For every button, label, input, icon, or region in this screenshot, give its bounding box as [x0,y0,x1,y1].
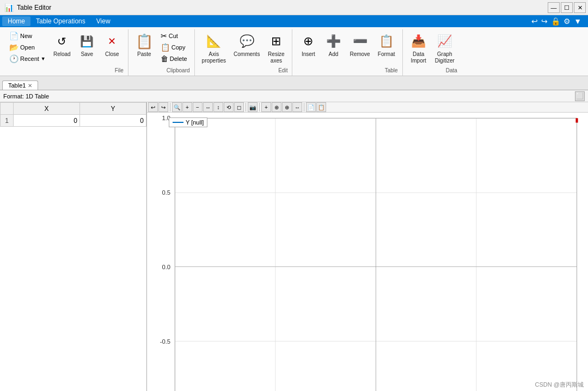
tab-table1[interactable]: Table1 ✕ [2,80,38,90]
close-ribbon-label: Close [105,51,119,58]
clipboard-small-buttons: ✂ Cut 📋 Copy 🗑 Delete [158,30,190,64]
svg-text:0.0: 0.0 [162,264,170,270]
ribbon-group-edit-content: 📐 Axisproperties 💬 Comments ⊞ Resizeaxes [199,30,288,66]
edit-group-label: Edit [278,66,287,75]
gt-add2-button[interactable]: ⊕ [282,102,292,112]
watermark: CSDN @唐丙斯城 [535,381,584,389]
remove-button[interactable]: ➖ Remove [347,30,372,60]
resize-axes-label: Resizeaxes [268,51,285,64]
delete-button[interactable]: 🗑 Delete [158,53,190,64]
minimize-button[interactable]: — [548,2,560,13]
format-button[interactable]: 📋 Format [375,30,398,60]
gt-add-button[interactable]: ⊕ [272,102,281,112]
close-button[interactable]: ✕ [574,2,586,13]
gt-rotate-button[interactable]: ⟲ [224,102,234,112]
ribbon-group-clipboard: 📋 Paste ✂ Cut 📋 Copy 🗑 Delete Clipboard [128,29,195,76]
data-import-button[interactable]: 📥 DataImport [407,30,430,66]
gt-zoom-in-button[interactable]: + [182,102,192,112]
add-button[interactable]: ➕ Add [322,30,345,60]
menu-view[interactable]: View [91,16,116,26]
data-import-icon: 📥 [410,33,427,50]
table-grid[interactable]: X Y 1 0 0 [0,102,146,391]
recent-button[interactable]: 🕐 Recent ▼ [7,53,48,64]
app-title: Table Editor [17,4,584,11]
format-icon: 📋 [378,33,395,50]
insert-icon: ⊕ [299,33,317,50]
cell-y-0[interactable]: 0 [80,115,146,127]
table-group-label: Table [385,66,398,75]
insert-button[interactable]: ⊕ Insert [297,30,320,60]
legend-label: Y [null] [186,119,204,126]
row-num-cell: 1 [1,115,14,127]
axis-properties-label: Axisproperties [202,51,226,64]
graph-toolbar: ↩ ↪ 🔍 + − ↔ ↕ ⟲ ◻ 📷 + ⊕ ⊕ ↔ 📄 📋 [147,102,588,113]
table-panel: X Y 1 0 0 [0,102,147,391]
ribbon-group-edit: 📐 Axisproperties 💬 Comments ⊞ Resizeaxes… [195,29,293,76]
copy-button[interactable]: 📋 Copy [158,42,190,53]
cut-icon: ✂ [161,32,167,40]
ribbon-group-data-content: 📥 DataImport 📈 GraphDigitizer [407,30,457,66]
settings-icon[interactable]: ⚙ [564,17,571,26]
cut-button[interactable]: ✂ Cut [158,30,190,41]
row-num-header [1,103,14,115]
resize-axes-button[interactable]: ⊞ Resizeaxes [265,30,287,66]
save-button[interactable]: 💾 Save [76,30,99,60]
gt-copy2-button[interactable]: 📋 [316,102,326,112]
paste-label: Paste [137,51,151,58]
menu-table-operations[interactable]: Table Operations [30,16,91,26]
new-button[interactable]: 📄 New [7,30,48,41]
gt-undo-button[interactable]: ↩ [148,102,158,112]
file-small-buttons: 📄 New 📂 Open 🕐 Recent ▼ [7,30,48,64]
lock-icon[interactable]: 🔒 [551,17,560,26]
recent-label: Recent [20,55,39,62]
redo-icon[interactable]: ↪ [541,17,548,26]
gt-sep-1 [170,103,170,111]
comments-button[interactable]: 💬 Comments [231,30,262,60]
ribbon-group-data: 📥 DataImport 📈 GraphDigitizer Data [403,29,462,76]
copy-label: Copy [171,44,186,51]
dropdown-icon[interactable]: ▼ [574,17,581,26]
delete-label: Delete [170,55,187,62]
gt-select-button[interactable]: ◻ [234,102,244,112]
close-ribbon-button[interactable]: ✕ Close [101,30,124,60]
graph-digitizer-label: GraphDigitizer [435,51,455,64]
tab-table1-close[interactable]: ✕ [28,83,32,89]
gt-doc-button[interactable]: 📄 [306,102,316,112]
gt-resize-button[interactable]: ↔ [292,102,302,112]
reload-button[interactable]: ↺ Reload [51,30,74,60]
gt-pan-button[interactable]: ↔ [203,102,213,112]
gt-sep-2 [246,103,246,111]
paste-button[interactable]: 📋 Paste [133,30,156,60]
add-icon: ➕ [324,33,342,50]
data-import-label: DataImport [411,51,426,64]
gt-pan-v-button[interactable]: ↕ [213,102,223,112]
axis-properties-button[interactable]: 📐 Axisproperties [199,30,229,66]
cell-x-0[interactable]: 0 [14,115,80,127]
format-toggle-button[interactable]: ⬜ [575,91,585,101]
gt-redo-button[interactable]: ↪ [158,102,168,112]
open-button[interactable]: 📂 Open [7,42,48,53]
gt-zoom-button[interactable]: 🔍 [172,102,182,112]
svg-text:0.5: 0.5 [162,189,170,196]
undo-icon[interactable]: ↩ [531,17,538,26]
gt-plus-button[interactable]: + [261,102,271,112]
ribbon-group-file: 📄 New 📂 Open 🕐 Recent ▼ ↺ Reload [2,29,128,76]
delete-icon: 🗑 [161,54,168,63]
graph-digitizer-button[interactable]: 📈 GraphDigitizer [432,30,457,66]
window-controls: — ☐ ✕ [548,2,586,13]
gt-zoom-out-button[interactable]: − [193,102,203,112]
title-bar: 📊 Table Editor — ☐ ✕ [0,0,588,15]
save-icon: 💾 [78,33,96,50]
maximize-button[interactable]: ☐ [561,2,573,13]
remove-icon: ➖ [351,33,369,50]
chart-area[interactable]: 1.0 0.5 0.0 -0.5 -1.0 -1.0 -0.5 0.0 0.5 … [147,113,588,391]
graph-panel: ↩ ↪ 🔍 + − ↔ ↕ ⟲ ◻ 📷 + ⊕ ⊕ ↔ 📄 📋 Y [null] [147,102,588,391]
menu-home[interactable]: Home [2,16,30,26]
ribbon-group-file-content: 📄 New 📂 Open 🕐 Recent ▼ ↺ Reload [7,30,124,66]
svg-text:-0.5: -0.5 [160,338,170,345]
comments-label: Comments [234,51,260,58]
gt-camera-button[interactable]: 📷 [248,102,258,112]
graph-digitizer-icon: 📈 [436,33,454,50]
axis-properties-icon: 📐 [205,33,223,50]
insert-label: Insert [302,51,315,58]
